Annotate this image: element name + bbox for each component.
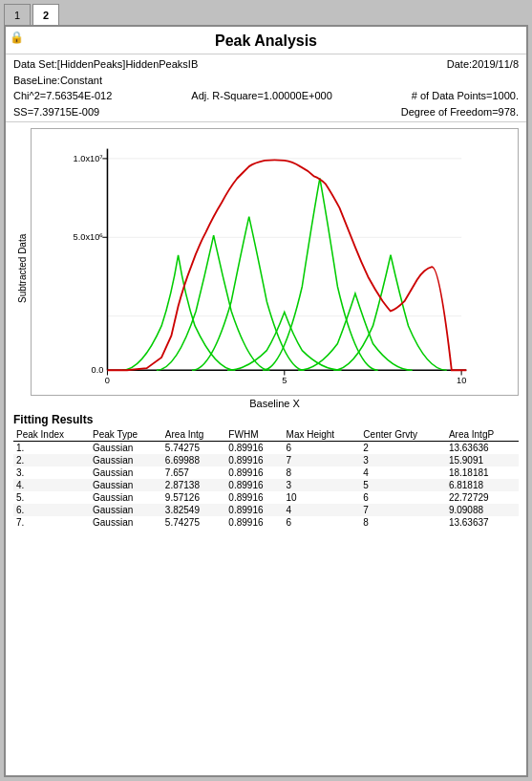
tab-bar: 1 2 bbox=[0, 0, 532, 25]
table-cell: Gaussian bbox=[90, 442, 162, 455]
table-cell: 3 bbox=[360, 454, 446, 466]
svg-text:1.0x10⁷: 1.0x10⁷ bbox=[74, 154, 104, 163]
col-center-grvty: Center Grvty bbox=[360, 428, 446, 442]
table-cell: 8 bbox=[284, 466, 361, 479]
col-area-intgp: Area IntgP bbox=[446, 428, 519, 442]
results-table: Peak Index Peak Type Area Intg FWHM Max … bbox=[13, 428, 519, 529]
table-cell: 7. bbox=[13, 516, 90, 529]
table-cell: 13.63636 bbox=[446, 442, 519, 455]
chart-area: Subtracted Data 1.0x10⁷ bbox=[6, 122, 526, 409]
ss-label: SS=7.39715E-009 bbox=[13, 104, 99, 120]
table-row: 6.Gaussian3.825490.89916479.09088 bbox=[13, 504, 519, 516]
table-cell: 6 bbox=[284, 442, 361, 455]
table-row: 7.Gaussian5.742750.899166813.63637 bbox=[13, 516, 519, 529]
table-cell: Gaussian bbox=[90, 504, 162, 516]
table-cell: 6.81818 bbox=[446, 479, 519, 491]
table-cell: 9.09088 bbox=[446, 504, 519, 516]
table-cell: Gaussian bbox=[90, 516, 162, 529]
dataset-label: Data Set:[HiddenPeaks]HiddenPeaksIB bbox=[13, 56, 198, 73]
tab-1[interactable]: 1 bbox=[4, 4, 31, 25]
table-cell: 3. bbox=[13, 466, 90, 479]
table-cell: 4 bbox=[360, 466, 446, 479]
table-cell: 2 bbox=[360, 442, 446, 455]
tab-2[interactable]: 2 bbox=[32, 4, 59, 25]
window: 1 2 🔒 Peak Analysis Data Set:[HiddenPeak… bbox=[0, 0, 532, 781]
col-peak-type: Peak Type bbox=[90, 428, 162, 442]
table-cell: 7 bbox=[284, 454, 361, 466]
table-cell: 8 bbox=[360, 516, 446, 529]
adj-r-square-label: Adj. R-Square=1.00000E+000 bbox=[191, 88, 331, 104]
svg-text:10: 10 bbox=[457, 376, 466, 385]
table-cell: 0.89916 bbox=[225, 516, 283, 529]
table-cell: 4. bbox=[13, 479, 90, 491]
table-row: 3.Gaussian7.6570.899168418.18181 bbox=[13, 466, 519, 479]
chi2-label: Chi^2=7.56354E-012 bbox=[13, 88, 112, 104]
table-cell: 15.9091 bbox=[446, 454, 519, 466]
svg-text:5.0x10⁶: 5.0x10⁶ bbox=[74, 232, 104, 242]
table-cell: Gaussian bbox=[90, 466, 162, 479]
table-cell: 6 bbox=[360, 491, 446, 504]
table-cell: Gaussian bbox=[90, 479, 162, 491]
table-cell: 0.89916 bbox=[225, 454, 283, 466]
svg-text:0.0: 0.0 bbox=[91, 365, 103, 375]
table-cell: 6. bbox=[13, 504, 90, 516]
table-row: 2.Gaussian6.699880.899167315.9091 bbox=[13, 454, 519, 466]
table-cell: 5. bbox=[13, 491, 90, 504]
table-cell: 0.89916 bbox=[225, 442, 283, 455]
table-cell: 5.74275 bbox=[162, 516, 226, 529]
table-section: Peak Index Peak Type Area Intg FWHM Max … bbox=[6, 428, 526, 529]
table-cell: 2. bbox=[13, 454, 90, 466]
table-cell: 13.63637 bbox=[446, 516, 519, 529]
table-cell: 7 bbox=[360, 504, 446, 516]
table-cell: 7.657 bbox=[162, 466, 226, 479]
table-cell: 0.89916 bbox=[225, 479, 283, 491]
col-peak-index: Peak Index bbox=[13, 428, 90, 442]
table-cell: 0.89916 bbox=[225, 466, 283, 479]
content-area: 🔒 Peak Analysis Data Set:[HiddenPeaks]Hi… bbox=[4, 25, 528, 777]
chart-svg: 1.0x10⁷ 5.0x10⁶ 0.0 0 5 10 bbox=[31, 128, 519, 396]
table-cell: 18.18181 bbox=[446, 466, 519, 479]
table-cell: 6 bbox=[284, 516, 361, 529]
baseline-label: BaseLine:Constant bbox=[13, 73, 102, 89]
col-area-intg: Area Intg bbox=[162, 428, 226, 442]
fitting-results-header: Fitting Results bbox=[6, 409, 526, 428]
svg-text:5: 5 bbox=[282, 376, 287, 385]
table-cell: 2.87138 bbox=[162, 479, 226, 491]
table-cell: 3.82549 bbox=[162, 504, 226, 516]
col-max-height: Max Height bbox=[284, 428, 361, 442]
table-cell: 22.72729 bbox=[446, 491, 519, 504]
table-row: 5.Gaussian9.571260.8991610622.72729 bbox=[13, 491, 519, 504]
table-cell: 1. bbox=[13, 442, 90, 455]
table-cell: 0.89916 bbox=[225, 491, 283, 504]
svg-text:0: 0 bbox=[105, 376, 110, 385]
table-cell: 0.89916 bbox=[225, 504, 283, 516]
table-cell: Gaussian bbox=[90, 454, 162, 466]
table-cell: 6.69988 bbox=[162, 454, 226, 466]
table-cell: 5.74275 bbox=[162, 442, 226, 455]
page-title: Peak Analysis bbox=[6, 27, 526, 54]
x-axis-label: Baseline X bbox=[249, 398, 300, 409]
table-cell: Gaussian bbox=[90, 491, 162, 504]
table-cell: 3 bbox=[284, 479, 361, 491]
table-cell: 10 bbox=[284, 491, 361, 504]
data-points-label: # of Data Points=1000. bbox=[412, 88, 519, 104]
lock-icon: 🔒 bbox=[10, 31, 24, 44]
table-cell: 9.57126 bbox=[162, 491, 226, 504]
date-label: Date:2019/11/8 bbox=[447, 56, 519, 73]
col-fwhm: FWHM bbox=[225, 428, 283, 442]
y-axis-label: Subtracted Data bbox=[17, 234, 28, 303]
table-cell: 5 bbox=[360, 479, 446, 491]
table-row: 4.Gaussian2.871380.89916356.81818 bbox=[13, 479, 519, 491]
info-section: Data Set:[HiddenPeaks]HiddenPeaksIB Date… bbox=[6, 54, 526, 122]
dof-label: Degree of Freedom=978. bbox=[401, 104, 519, 120]
table-cell: 4 bbox=[284, 504, 361, 516]
table-row: 1.Gaussian5.742750.899166213.63636 bbox=[13, 442, 519, 455]
